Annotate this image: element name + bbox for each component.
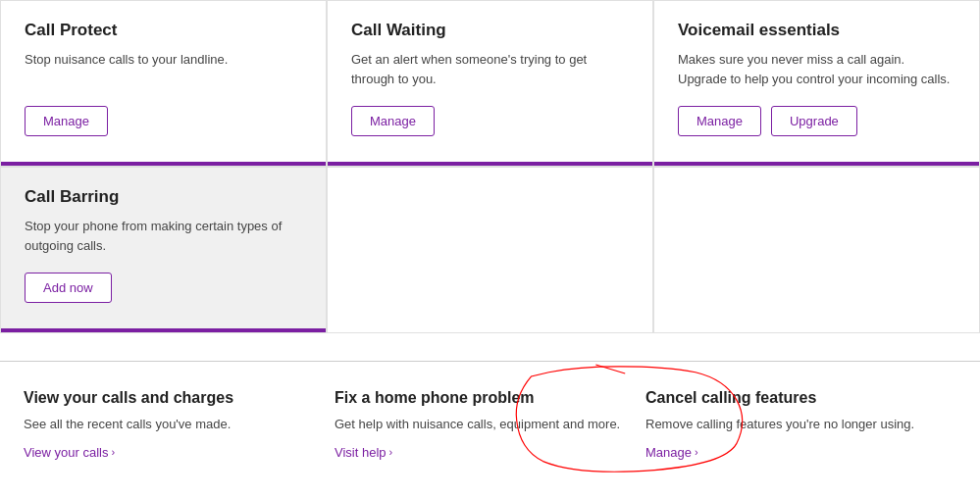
card-desc-call-protect: Stop nuisance calls to your landline. bbox=[25, 50, 302, 88]
footer-desc-view-calls: See all the recent calls you've made. bbox=[24, 415, 319, 434]
card-bottom-border-call-barring bbox=[1, 328, 326, 332]
footer-link-fix-problem[interactable]: Visit help› bbox=[335, 445, 392, 460]
footer-col-view-calls: View your calls and chargesSee all the r… bbox=[24, 389, 335, 460]
card-empty-0 bbox=[327, 167, 653, 333]
card-buttons-call-waiting: Manage bbox=[351, 106, 629, 136]
card-title-voicemail-essentials: Voicemail essentials bbox=[678, 21, 955, 40]
card-call-waiting: Call WaitingGet an alert when someone's … bbox=[327, 0, 653, 167]
footer-col-cancel-features: Cancel calling featuresRemove calling fe… bbox=[645, 389, 956, 460]
card-title-call-barring: Call Barring bbox=[25, 187, 302, 207]
card-call-barring: Call BarringStop your phone from making … bbox=[0, 167, 327, 333]
btn-upgrade-voicemail-essentials[interactable]: Upgrade bbox=[771, 106, 857, 136]
footer-link-cancel-features[interactable]: Manage› bbox=[645, 445, 698, 460]
card-buttons-voicemail-essentials: ManageUpgrade bbox=[678, 106, 955, 136]
card-call-protect: Call ProtectStop nuisance calls to your … bbox=[0, 0, 327, 167]
footer-col-fix-problem: Fix a home phone problemGet help with nu… bbox=[335, 389, 645, 460]
btn-manage-call-protect[interactable]: Manage bbox=[25, 106, 108, 136]
card-desc-voicemail-essentials: Makes sure you never miss a call again. … bbox=[678, 50, 955, 88]
chevron-icon-cancel-features: › bbox=[695, 446, 698, 458]
btn-manage-voicemail-essentials[interactable]: Manage bbox=[678, 106, 761, 136]
footer-link-view-calls[interactable]: View your calls› bbox=[24, 445, 115, 460]
card-desc-call-barring: Stop your phone from making certain type… bbox=[25, 217, 302, 255]
footer-link-text-cancel-features: Manage bbox=[645, 445, 692, 460]
footer-desc-fix-problem: Get help with nuisance calls, equipment … bbox=[335, 415, 630, 434]
btn-manage-call-waiting[interactable]: Manage bbox=[351, 106, 435, 136]
card-bottom-border-voicemail-essentials bbox=[654, 162, 979, 166]
btn-add-call-barring[interactable]: Add now bbox=[25, 273, 112, 303]
footer-title-fix-problem: Fix a home phone problem bbox=[335, 389, 630, 407]
footer-link-text-fix-problem: Visit help bbox=[335, 445, 387, 460]
card-bottom-border-call-waiting bbox=[328, 162, 652, 166]
cards-grid: Call ProtectStop nuisance calls to your … bbox=[0, 0, 980, 333]
footer-desc-cancel-features: Remove calling features you're no longer… bbox=[645, 415, 941, 434]
card-voicemail-essentials: Voicemail essentialsMakes sure you never… bbox=[653, 0, 980, 167]
footer-section: View your calls and chargesSee all the r… bbox=[0, 362, 980, 479]
card-title-call-waiting: Call Waiting bbox=[351, 21, 629, 40]
card-empty-1 bbox=[653, 167, 980, 333]
card-buttons-call-barring: Add now bbox=[25, 273, 302, 303]
footer-link-text-view-calls: View your calls bbox=[24, 445, 108, 460]
chevron-icon-fix-problem: › bbox=[389, 446, 393, 458]
card-desc-call-waiting: Get an alert when someone's trying to ge… bbox=[351, 50, 629, 88]
chevron-icon-view-calls: › bbox=[111, 446, 115, 458]
card-buttons-call-protect: Manage bbox=[25, 106, 302, 136]
footer-title-view-calls: View your calls and charges bbox=[24, 389, 319, 407]
card-title-call-protect: Call Protect bbox=[25, 21, 302, 40]
svg-line-0 bbox=[595, 365, 625, 373]
card-bottom-border-call-protect bbox=[1, 162, 326, 166]
footer-title-cancel-features: Cancel calling features bbox=[645, 389, 941, 407]
